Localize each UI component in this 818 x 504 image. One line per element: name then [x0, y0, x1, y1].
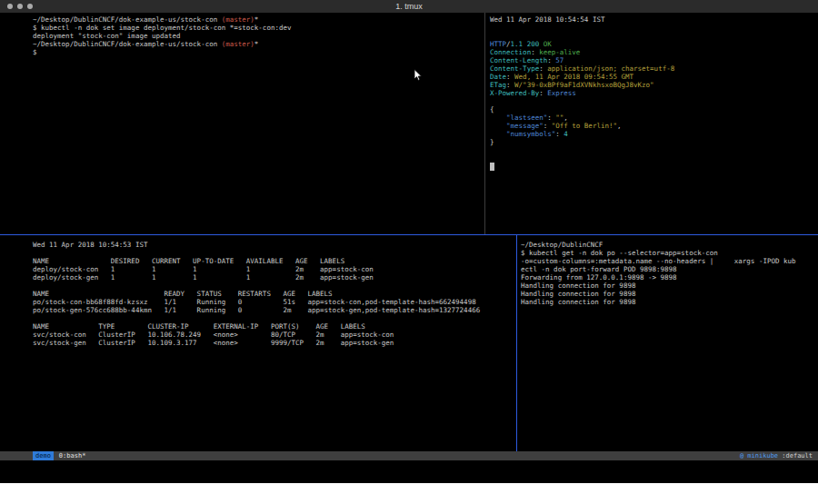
titlebar: 1. tmux: [0, 0, 818, 13]
terminal-text-segment: W/"39-0xBPf9aF1dXVNkhsxoBQgJ8vKzo": [511, 81, 654, 89]
terminal-line: [490, 24, 818, 32]
terminal-line: svc/stock-gen ClusterIP 10.109.3.177 <no…: [33, 339, 516, 347]
terminal-line: Connection: keep-alive: [490, 48, 818, 56]
terminal-line: [33, 249, 516, 257]
terminal-line: Forwarding from 127.0.0.1:9898 -> 9898: [521, 273, 818, 282]
kube-namespace: :default: [782, 452, 813, 460]
terminal-line: ~/Desktop/DublinCNCF/dok-example-us/stoc…: [33, 40, 484, 48]
pane-top-left-shell[interactable]: ~/Desktop/DublinCNCF/dok-example-us/stoc…: [0, 13, 484, 234]
terminal-text-segment: Express: [544, 89, 576, 97]
terminal-text-segment: Wed, 11 Apr 2018 09:54:55 GMT: [511, 73, 633, 81]
terminal-text-segment: "lastseen": [490, 114, 547, 122]
terminal-text-segment: $: [33, 48, 37, 56]
pane-divider-horizontal[interactable]: [0, 234, 818, 235]
terminal-text-segment: }: [490, 138, 494, 146]
terminal-text-segment: Wed 11 Apr 2018 10:54:54 IST: [490, 15, 604, 24]
tmux-status-bar: demo 0:bash* @ minikube :default: [0, 451, 818, 460]
terminal-text-segment: -o=custom-columns=:metadata.name --no-he…: [521, 257, 796, 265]
terminal-line: }: [490, 138, 818, 146]
pane-top-right-http-response[interactable]: Wed 11 Apr 2018 10:54:54 IST HTTP/1.1 20…: [485, 13, 818, 234]
terminal-text-segment: svc/stock-gen ClusterIP 10.109.3.177 <no…: [33, 339, 394, 347]
terminal-text-segment: {: [490, 105, 494, 114]
terminal-line: [490, 32, 818, 40]
terminal-text-segment: 4: [560, 130, 568, 138]
terminal-text-segment: po/stock-con-bb68f88fd-kzsxz 1/1 Running…: [33, 298, 476, 306]
terminal-line: $: [33, 48, 484, 56]
terminal-text-segment: "message": [490, 122, 544, 130]
terminal-text-segment: Forwarding from 127.0.0.1:9898 -> 9898: [521, 273, 677, 282]
mouse-cursor-icon: [414, 69, 423, 82]
terminal-line: Content-Length: 57: [490, 56, 818, 64]
terminal-line: ~/Desktop/DublinCNCF: [521, 241, 818, 249]
terminal-window: 1. tmux ~/Desktop/DublinCNCF/dok-example…: [0, 0, 818, 483]
terminal-text-segment: X-Powered-By: [490, 89, 539, 97]
kube-context-icon: @: [740, 452, 743, 460]
terminal-text-segment: HTTP: [490, 40, 506, 48]
terminal-text-segment: NAME READY STATUS RESTARTS AGE LABELS: [33, 290, 333, 298]
terminal-line: Wed 11 Apr 2018 10:54:53 IST: [33, 241, 516, 249]
terminal-text-segment: NAME DESIRED CURRENT UP-TO-DATE AVAILABL…: [33, 257, 344, 265]
terminal-text-segment: NAME TYPE CLUSTER-IP EXTERNAL-IP PORT(S)…: [33, 322, 365, 331]
terminal-text-segment: 1.1: [511, 40, 524, 48]
terminal-text-segment: "": [552, 114, 564, 122]
window-indicator[interactable]: 0:bash*: [59, 451, 86, 460]
terminal-line: po/stock-gen-576cc688bb-44kmn 1/1 Runnin…: [33, 306, 516, 314]
terminal-line: $ kubectl get -n dok po --selector=app=s…: [521, 249, 818, 257]
terminal-line: [33, 282, 516, 290]
terminal-text-segment: ~/Desktop/DublinCNCF/dok-example-us/stoc…: [33, 40, 222, 48]
terminal-line: [33, 314, 516, 322]
terminal-text-segment: Content-Length: [490, 56, 547, 64]
terminal-text-segment: ~/Desktop/DublinCNCF/dok-example-us/stoc…: [33, 15, 222, 24]
terminal-line: ~/Desktop/DublinCNCF/dok-example-us/stoc…: [33, 15, 484, 24]
terminal-line: deploy/stock-gen 1 1 1 1 2m app=stock-ge…: [33, 273, 516, 282]
terminal-line: Wed 11 Apr 2018 10:54:54 IST: [490, 15, 818, 24]
terminal-text-segment: *: [254, 40, 259, 48]
terminal-text-segment: deploy/stock-gen 1 1 1 1 2m app=stock-ge…: [33, 273, 374, 282]
terminal-text-segment: deploy/stock-con 1 1 1 1 2m app=stock-co…: [33, 265, 374, 273]
pane-bottom-right-port-forward[interactable]: ~/Desktop/DublinCNCF$ kubectl get -n dok…: [517, 235, 818, 451]
terminal-text-segment: 57: [552, 56, 564, 64]
terminal-line: "message": "Off to Berlin!",: [490, 122, 818, 130]
terminal-text-segment: *: [254, 15, 259, 24]
terminal-text-segment: $ kubectl get -n dok po --selector=app=s…: [521, 249, 718, 257]
terminal-text-segment: ectl -n dok port-forward POD 9898:9898: [521, 265, 677, 273]
terminal-line: Handling connection for 9898: [521, 282, 818, 290]
terminal-text-segment: Handling connection for 9898: [521, 282, 635, 290]
terminal-text-segment: application/json; charset=utf-8: [544, 64, 675, 73]
terminal-line: Handling connection for 9898: [521, 298, 818, 306]
terminal-text-segment: OK: [544, 40, 552, 48]
terminal-line: NAME READY STATUS RESTARTS AGE LABELS: [33, 290, 516, 298]
terminal-text-segment: keep-alive: [535, 48, 581, 56]
window-title: 1. tmux: [0, 2, 818, 11]
terminal-line: "numsymbols": 4: [490, 130, 818, 138]
terminal-line: -o=custom-columns=:metadata.name --no-he…: [521, 257, 818, 265]
pane-divider-vertical-top[interactable]: [484, 13, 485, 234]
terminal-line: X-Powered-By: Express: [490, 89, 818, 97]
terminal-line: ETag: W/"39-0xBPf9aF1dXVNkhsxoBQgJ8vKzo": [490, 81, 818, 89]
terminal-text-segment: "numsymbols": [490, 130, 555, 138]
status-right: @ minikube :default: [740, 451, 813, 460]
terminal-text-segment: Connection: [490, 48, 531, 56]
terminal-line: po/stock-con-bb68f88fd-kzsxz 1/1 Running…: [33, 298, 516, 306]
terminal-text-segment: ,: [564, 114, 568, 122]
terminal-text-segment: Handling connection for 9898: [521, 290, 635, 298]
terminal-text-segment: Handling connection for 9898: [521, 298, 635, 306]
session-badge[interactable]: demo: [33, 451, 54, 460]
terminal-line: NAME DESIRED CURRENT UP-TO-DATE AVAILABL…: [33, 257, 516, 265]
terminal-line: [490, 154, 818, 163]
terminal-text-segment: "Off to Berlin!": [547, 122, 617, 130]
pane-divider-vertical-bottom[interactable]: [516, 235, 517, 451]
pane-bottom-left-kubectl-watch[interactable]: Wed 11 Apr 2018 10:54:53 IST NAME DESIRE…: [0, 235, 516, 451]
terminal-text-segment: (master): [222, 40, 254, 48]
terminal-line: Content-Type: application/json; charset=…: [490, 64, 818, 73]
terminal-text-segment: Content-Type: [490, 64, 539, 73]
terminal-line: [490, 163, 818, 171]
terminal-line: $ kubectl -n dok set image deployment/st…: [33, 24, 484, 32]
terminal-line: ectl -n dok port-forward POD 9898:9898: [521, 265, 818, 273]
terminal-line: svc/stock-con ClusterIP 10.106.78.249 <n…: [33, 331, 516, 339]
terminal-text-segment: ~/Desktop/DublinCNCF: [521, 241, 603, 249]
terminal-line: deployment "stock-con" image updated: [33, 32, 484, 40]
terminal-line: "lastseen": "",: [490, 114, 818, 122]
terminal-line: [490, 146, 818, 154]
terminal-text-segment: ,: [617, 122, 622, 130]
